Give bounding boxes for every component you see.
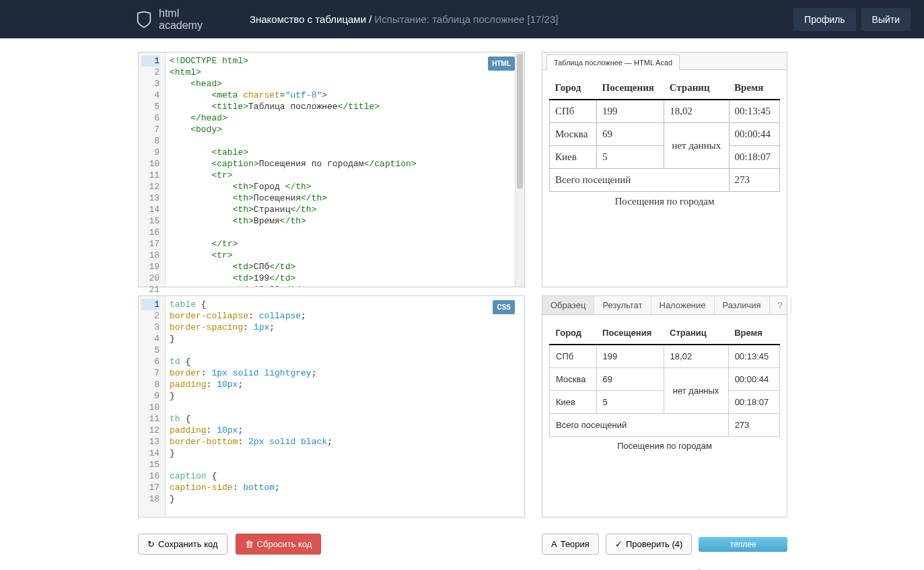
- css-editor[interactable]: 123456789101112131415161718 table {borde…: [138, 295, 525, 518]
- logo-icon: [135, 10, 153, 29]
- table-header: Посещения: [596, 322, 664, 345]
- preview-caption: Посещения по городам: [549, 192, 780, 207]
- preview-body: Посещения по городам ГородПосещенияСтран…: [542, 70, 787, 214]
- logo-text-1: html: [159, 7, 203, 20]
- logo-text-2: academy: [159, 20, 203, 32]
- breadcrumb-task: Испытание: таблица посложнее [17/23]: [375, 13, 559, 25]
- header-actions: Профиль Выйти: [793, 8, 911, 31]
- font-icon: A: [551, 539, 557, 549]
- check-actions: A Теория ✓ Проверить (4) теплее: [542, 534, 787, 555]
- editor-actions: ↻ Сохранить код 🗑 Сбросить код: [138, 534, 525, 555]
- css-code-area[interactable]: table {border-collapse: collapse;border-…: [166, 296, 524, 517]
- compare-tabs: ОбразецРезультатНаложениеРазличия?: [542, 296, 787, 315]
- refresh-icon: ↻: [147, 539, 155, 549]
- main-area: 123456789101112131415161718192021 <!DOCT…: [0, 38, 924, 570]
- table-header: Страниц: [664, 322, 728, 345]
- preview-table: Посещения по городам ГородПосещенияСтран…: [549, 77, 780, 207]
- next-task-link[interactable]: Следующее задание: [689, 563, 787, 570]
- progress-indicator: теплее: [699, 537, 787, 552]
- css-badge: CSS: [493, 300, 515, 314]
- html-gutter: 123456789101112131415161718192021: [139, 52, 166, 287]
- check-icon: ✓: [615, 539, 623, 549]
- tab-help[interactable]: ?: [770, 296, 791, 314]
- html-badge: HTML: [488, 57, 515, 71]
- trash-icon: 🗑: [245, 539, 254, 549]
- table-row: Москва69нет данных00:00:44: [550, 123, 780, 146]
- table-row: СПб19918,0200:13:45: [550, 100, 780, 123]
- check-button[interactable]: ✓ Проверить (4): [606, 534, 692, 555]
- table-header: Город: [550, 322, 597, 345]
- tab-diff[interactable]: Различия: [715, 296, 770, 314]
- app-header: html academy Знакомство с таблицами / Ис…: [0, 0, 924, 38]
- html-code-area[interactable]: <!DOCTYPE html><html> <head> <meta chars…: [166, 52, 524, 287]
- table-header: Время: [729, 77, 779, 100]
- result-preview: Таблица посложнее — HTML Acad Посещения …: [542, 52, 787, 287]
- table-header: Город: [550, 77, 597, 100]
- compare-body: Посещения по городам ГородПосещенияСтран…: [542, 315, 787, 458]
- logout-button[interactable]: Выйти: [861, 8, 911, 31]
- table-row: СПб19918,0200:13:45: [550, 345, 780, 368]
- breadcrumb-course[interactable]: Знакомство с таблицами /: [250, 13, 371, 25]
- sample-caption: Посещения по городам: [549, 437, 780, 451]
- breadcrumb: Знакомство с таблицами / Испытание: табл…: [250, 13, 559, 25]
- preview-tab[interactable]: Таблица посложнее — HTML Acad: [546, 55, 680, 70]
- theory-button[interactable]: A Теория: [542, 534, 599, 555]
- reset-code-button[interactable]: 🗑 Сбросить код: [236, 534, 322, 555]
- tab-sample[interactable]: Образец: [542, 296, 594, 314]
- save-code-button[interactable]: ↻ Сохранить код: [138, 534, 227, 555]
- scrollbar-thumb[interactable]: [517, 54, 523, 188]
- html-editor[interactable]: 123456789101112131415161718192021 <!DOCT…: [138, 52, 525, 287]
- html-scrollbar[interactable]: [515, 52, 524, 287]
- preview-tab-strip: Таблица посложнее — HTML Acad: [542, 52, 787, 70]
- preview-column: Таблица посложнее — HTML Acad Посещения …: [542, 52, 787, 570]
- table-row: Москва69нет данных00:00:44: [550, 368, 780, 391]
- compare-panel: ОбразецРезультатНаложениеРазличия? Посещ…: [542, 295, 787, 518]
- sample-table: Посещения по городам ГородПосещенияСтран…: [549, 322, 780, 451]
- profile-button[interactable]: Профиль: [793, 8, 855, 31]
- editors-column: 123456789101112131415161718192021 <!DOCT…: [138, 52, 525, 570]
- table-header: Посещения: [597, 77, 664, 100]
- tab-overlay[interactable]: Наложение: [651, 296, 715, 314]
- css-gutter: 123456789101112131415161718: [139, 296, 166, 517]
- tab-result[interactable]: Результат: [594, 296, 651, 314]
- logo[interactable]: html academy: [135, 7, 203, 32]
- table-header: Время: [728, 322, 779, 345]
- table-header: Страниц: [664, 77, 729, 100]
